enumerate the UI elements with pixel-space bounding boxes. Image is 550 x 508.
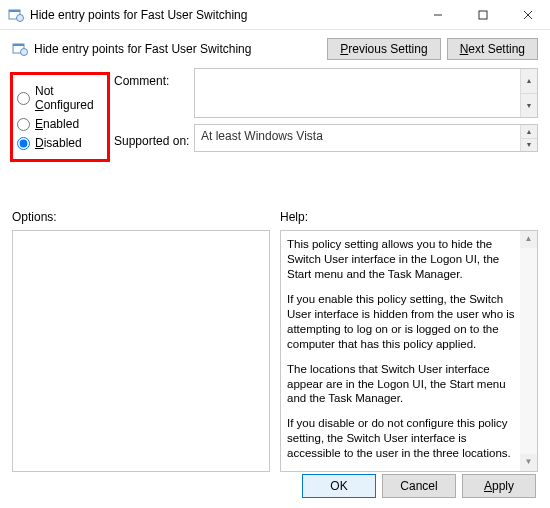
radio-disabled[interactable]: Disabled — [17, 136, 103, 150]
previous-setting-button[interactable]: Previous Setting — [327, 38, 440, 60]
svg-rect-1 — [9, 10, 20, 12]
options-label: Options: — [12, 210, 270, 224]
radio-not-configured[interactable]: Not Configured — [17, 84, 103, 112]
supported-on-field: At least Windows Vista ▲▼ — [194, 124, 538, 152]
minimize-button[interactable] — [415, 0, 460, 29]
svg-rect-8 — [13, 44, 24, 46]
supported-label: Supported on: — [114, 134, 194, 148]
supported-spinner[interactable]: ▲▼ — [520, 125, 537, 151]
page-title: Hide entry points for Fast User Switchin… — [34, 42, 327, 56]
chevron-up-icon[interactable]: ▲ — [521, 125, 537, 139]
next-setting-button[interactable]: Next Setting — [447, 38, 538, 60]
help-box: This policy setting allows you to hide t… — [280, 230, 538, 472]
title-bar: Hide entry points for Fast User Switchin… — [0, 0, 550, 30]
comment-label: Comment: — [114, 74, 194, 88]
radio-not-configured-input[interactable] — [17, 92, 30, 105]
radio-enabled-input[interactable] — [17, 118, 30, 131]
chevron-down-icon[interactable]: ▼ — [521, 94, 537, 118]
ok-button[interactable]: OK — [302, 474, 376, 498]
help-paragraph: The locations that Switch User interface… — [287, 362, 517, 407]
chevron-down-icon[interactable]: ▼ — [520, 454, 537, 471]
policy-icon — [12, 41, 28, 57]
help-label: Help: — [280, 210, 538, 224]
svg-point-9 — [21, 49, 28, 56]
help-paragraph: If you disable or do not configure this … — [287, 416, 517, 461]
help-paragraph: If you enable this policy setting, the S… — [287, 292, 517, 352]
policy-icon — [8, 7, 24, 23]
svg-point-2 — [17, 14, 24, 21]
window-title: Hide entry points for Fast User Switchin… — [30, 8, 415, 22]
supported-on-text: At least Windows Vista — [201, 129, 323, 143]
options-box — [12, 230, 270, 472]
highlight-box: Not Configured Enabled Disabled — [10, 72, 110, 162]
svg-rect-4 — [479, 11, 487, 19]
help-paragraph: This policy setting allows you to hide t… — [287, 237, 517, 282]
comment-spinner[interactable]: ▲▼ — [520, 69, 537, 117]
comment-field[interactable]: ▲▼ — [194, 68, 538, 118]
apply-button[interactable]: Apply — [462, 474, 536, 498]
radio-enabled[interactable]: Enabled — [17, 117, 103, 131]
chevron-up-icon[interactable]: ▲ — [521, 69, 537, 94]
chevron-up-icon[interactable]: ▲ — [520, 231, 537, 248]
scroll-track[interactable] — [520, 248, 537, 454]
close-button[interactable] — [505, 0, 550, 29]
maximize-button[interactable] — [460, 0, 505, 29]
radio-disabled-input[interactable] — [17, 137, 30, 150]
scrollbar[interactable]: ▲ ▼ — [520, 231, 537, 471]
chevron-down-icon[interactable]: ▼ — [521, 139, 537, 152]
cancel-button[interactable]: Cancel — [382, 474, 456, 498]
